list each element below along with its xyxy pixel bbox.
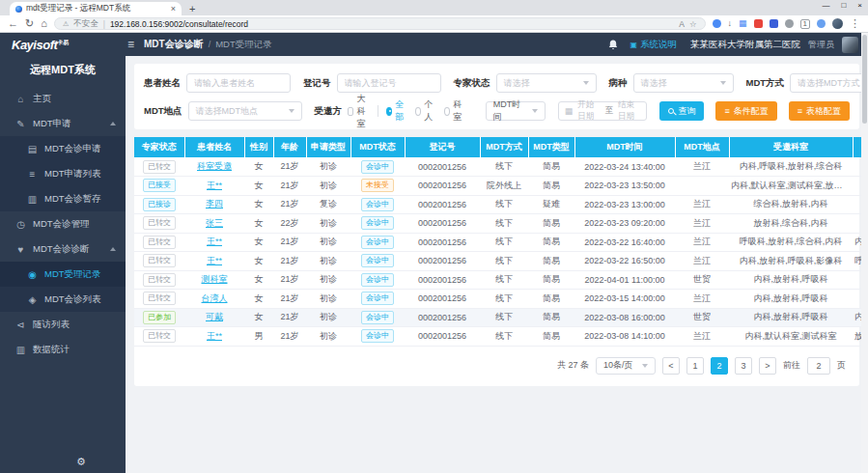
extension-gray-icon[interactable] [785, 19, 794, 28]
window-close-button[interactable]: × [857, 1, 862, 10]
patient-name-link[interactable]: 王** [207, 236, 222, 246]
disease-label: 病种 [609, 77, 628, 90]
sidebar-item-mdt-consult-diagnosis[interactable]: ♥MDT会诊诊断 [0, 236, 126, 262]
goto-page-input[interactable] [807, 357, 830, 375]
extension-badge-icon[interactable]: 1 [800, 19, 810, 29]
mdt-location-select[interactable]: 请选择MDT地点 [188, 101, 302, 121]
calendar-icon: ▦ [565, 106, 574, 116]
big-department-checkbox[interactable] [348, 107, 353, 116]
table-config-button[interactable]: ≡表格配置 [789, 101, 850, 121]
reload-icon[interactable]: ↻ [25, 18, 34, 29]
back-icon[interactable]: ← [8, 18, 18, 29]
patient-name-link[interactable]: 王** [207, 331, 222, 341]
browser-tab[interactable]: mdt受理记录 - 远程MDT系统 × [10, 2, 182, 15]
breadcrumb-parent[interactable]: MDT会诊诊断 [144, 38, 204, 51]
next-page-button[interactable]: > [759, 357, 776, 375]
patient-name-link[interactable]: 王** [207, 256, 222, 265]
register-no-input[interactable] [337, 73, 441, 93]
mdt-type-cell: 简易 [528, 214, 574, 234]
sidebar-item-mdt-consult-apply[interactable]: ▤MDT会诊申请 [0, 136, 126, 161]
mdt-location-placeholder: 请选择MDT地点 [196, 105, 259, 118]
sidebar-item-followup-list[interactable]: ⊲随访列表 [0, 312, 126, 337]
extension-navy-icon[interactable] [770, 19, 778, 28]
sidebar-item-data-stats[interactable]: ▥数据统计 [0, 337, 126, 362]
page-button-3[interactable]: 3 [735, 357, 752, 375]
search-button[interactable]: 查询 [659, 101, 704, 121]
patient-name-link[interactable]: 张三 [206, 218, 223, 228]
table-row[interactable]: 已转交台湾人女21岁初诊会诊中0002001256线下简易2022-03-15 … [134, 290, 868, 309]
patient-name-link[interactable]: 测科室 [202, 274, 228, 284]
grid-extension-icon[interactable]: ▦ [739, 19, 747, 28]
url-text: 192.168.0.156:9002/consultate/record [110, 19, 248, 29]
register-no-cell: 0002001256 [405, 290, 480, 309]
window-maximize-button[interactable]: □ [841, 1, 846, 10]
patient-name-link[interactable]: 科室受邀 [197, 161, 232, 171]
table-row[interactable]: 已转交王**女21岁初诊会诊中0002001256线下简易2022-03-22 … [134, 233, 868, 252]
table-row[interactable]: 已接受王**女21岁初诊未接受0002001256院外线上简易2022-03-2… [134, 177, 868, 196]
patient-name-link[interactable]: 王** [207, 181, 222, 190]
mdt-mode-select[interactable]: 请选择MDT方式 [790, 73, 868, 93]
table-column-header: MDT状态 [350, 137, 405, 157]
page-button-1[interactable]: 1 [686, 357, 704, 375]
table-row[interactable]: 已转交王**男21岁初诊会诊中0002001256线下简易2022-03-08 … [134, 327, 868, 347]
sidebar-item-mdt-apply-list[interactable]: ≡MDT申请列表 [0, 161, 126, 186]
patient-name-link[interactable]: 可戴 [206, 312, 223, 321]
home-icon[interactable]: ⌂ [41, 18, 47, 29]
table-row[interactable]: 已转交科室受邀女21岁初诊会诊中0002001256线下简易2022-03-24… [134, 157, 868, 177]
new-tab-button[interactable]: + [189, 3, 195, 15]
browser-menu-icon[interactable]: ⋮ [850, 18, 860, 29]
bookmark-star-icon[interactable]: ☆ [689, 19, 697, 29]
patient-name-input[interactable] [186, 73, 291, 93]
patient-name-link[interactable]: 李四 [206, 199, 223, 209]
invitee-radio-全部[interactable]: 全部 [386, 98, 406, 124]
date-range-picker[interactable]: ▦ 开始日期 至 结束日期 [558, 101, 648, 121]
tab-close-icon[interactable]: × [171, 4, 176, 14]
address-bar[interactable]: ⚠ 不安全 | 192.168.0.156:9002/consultate/re… [54, 17, 706, 30]
extension-blue-icon[interactable] [713, 19, 721, 28]
table-row[interactable]: 已接诊李四女21岁复诊会诊中0002001256线下疑难2022-03-23 1… [134, 195, 868, 214]
browser-profile-avatar[interactable] [832, 18, 843, 29]
extension-globe-icon[interactable] [817, 19, 826, 28]
sidebar-collapse-icon[interactable]: ≡ [127, 38, 134, 51]
page-size-select[interactable]: 10条/页 [596, 357, 656, 375]
reader-mode-icon[interactable]: A [679, 19, 685, 29]
table-row[interactable]: 已转交张三女22岁初诊会诊中0002001256线下简易2022-03-23 0… [134, 214, 868, 234]
notification-bell-icon[interactable] [608, 40, 618, 50]
scrollbar-thumb[interactable] [862, 35, 867, 124]
window-minimize-button[interactable]: — [822, 1, 829, 10]
invitee-radio-科室[interactable]: 科室 [444, 98, 464, 124]
invited-depts-cell: 放射科,综合科,内科 [729, 214, 853, 234]
page-button-2[interactable]: 2 [711, 357, 728, 375]
disease-select[interactable]: 请选择 [633, 73, 734, 93]
invitee-radio-个人[interactable]: 个人 [415, 98, 435, 124]
system-help-link[interactable]: ▣系统说明 [630, 39, 677, 51]
radio-label: 全部 [395, 98, 406, 124]
sidebar-item-mdt-consult-list[interactable]: ◈MDT会诊列表 [0, 287, 126, 312]
gender-cell: 女 [244, 308, 273, 327]
sidebar-item-mdt-accept-record[interactable]: ◉MDT受理记录 [0, 262, 126, 287]
sidebar-item-label: MDT申请 [33, 118, 71, 130]
sidebar-item-mdt-consult-draft[interactable]: ▥MDT会诊暂存 [0, 186, 126, 211]
mdt-time-cell: 2022-03-15 14:00:00 [574, 290, 675, 309]
sidebar-item-home[interactable]: ⌂主页 [0, 86, 126, 111]
apply-type-cell: 初诊 [306, 270, 350, 290]
expert-status-select[interactable]: 请选择 [496, 73, 597, 93]
sidebar-item-mdt-consult-manage[interactable]: ◷MDT会诊管理 [0, 211, 126, 236]
table-row[interactable]: 已参加可戴女21岁初诊会诊中0002001256线下简易2022-03-08 1… [134, 308, 868, 327]
table-row[interactable]: 已转交王**女21岁初诊会诊中0002001256线下简易2022-03-22 … [134, 252, 868, 271]
extension-red-icon[interactable] [754, 19, 763, 28]
settings-gear-icon[interactable]: ⚙ [76, 456, 86, 468]
sidebar-item-mdt-apply[interactable]: ✎MDT申请 [0, 111, 126, 136]
prev-page-button[interactable]: < [662, 357, 680, 375]
page-scrollbar[interactable] [861, 33, 868, 473]
logo-suffix: 卡易 [57, 39, 69, 44]
sidebar-item-label: 数据统计 [33, 344, 70, 356]
records-table: 专家状态患者姓名性别年龄申请类型MDT状态登记号MDT方式MDT类型MDT时间M… [134, 137, 868, 347]
table-row[interactable]: 已转交测科室女21岁初诊会诊中0002001256线下简易2022-04-01 … [134, 270, 868, 290]
user-avatar[interactable] [842, 37, 858, 53]
patient-name-link[interactable]: 台湾人 [202, 293, 228, 303]
time-field-select[interactable]: MDT时间 [486, 101, 546, 121]
download-icon[interactable]: ↓ [728, 19, 733, 28]
invited-depts-cell: 综合科,放射科,内科 [729, 195, 853, 214]
condition-config-button[interactable]: ≡条件配置 [715, 101, 776, 121]
